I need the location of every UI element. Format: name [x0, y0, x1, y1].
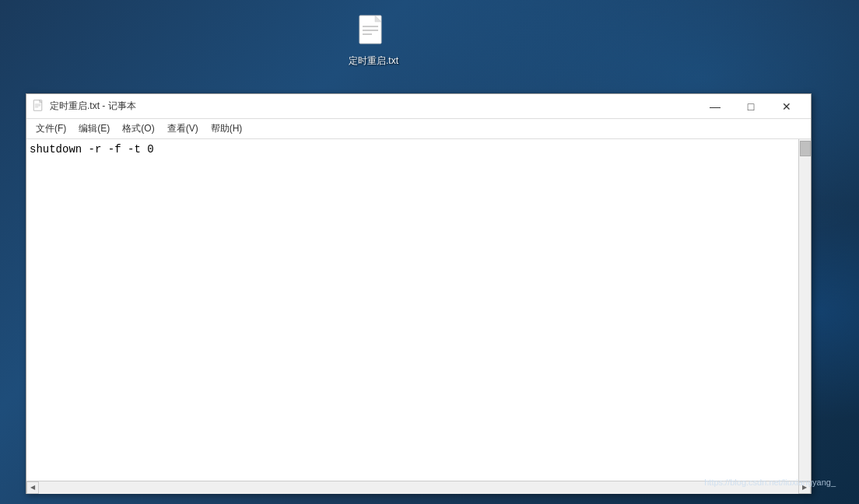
scroll-left-button[interactable]: ◀ — [26, 481, 39, 494]
menu-bar: 文件(F) 编辑(E) 格式(O) 查看(V) 帮助(H) — [26, 119, 811, 139]
close-button[interactable]: ✕ — [769, 94, 805, 119]
file-icon — [358, 14, 389, 51]
scrollbar-thumb[interactable] — [800, 141, 811, 156]
window-controls: — □ ✕ — [697, 94, 805, 119]
maximize-button[interactable]: □ — [733, 94, 769, 119]
horizontal-scrollbar[interactable]: ◀ ▶ — [26, 481, 811, 493]
menu-format[interactable]: 格式(O) — [116, 120, 160, 138]
menu-file[interactable]: 文件(F) — [30, 120, 72, 138]
menu-view[interactable]: 查看(V) — [161, 120, 205, 138]
notepad-window: 定时重启.txt - 记事本 — □ ✕ 文件(F) 编辑(E) 格式(O) 查… — [26, 93, 812, 494]
title-bar-icon — [33, 100, 45, 114]
editor-container: shutdown -r -f -t 0 — [26, 139, 811, 481]
desktop-icon-txt[interactable]: 定时重启.txt — [342, 14, 405, 68]
desktop-icon-label: 定时重启.txt — [349, 54, 398, 68]
vertical-scrollbar[interactable] — [798, 139, 811, 481]
minimize-button[interactable]: — — [697, 94, 733, 119]
menu-help[interactable]: 帮助(H) — [205, 120, 249, 138]
menu-edit[interactable]: 编辑(E) — [72, 120, 116, 138]
scroll-h-track[interactable] — [39, 481, 798, 494]
editor-textarea[interactable]: shutdown -r -f -t 0 — [26, 139, 798, 481]
url-watermark: https://blog.csdn.net/liuxiangyang_ — [704, 478, 836, 487]
window-title: 定时重启.txt - 记事本 — [50, 100, 692, 113]
title-bar: 定时重启.txt - 记事本 — □ ✕ — [26, 94, 811, 119]
